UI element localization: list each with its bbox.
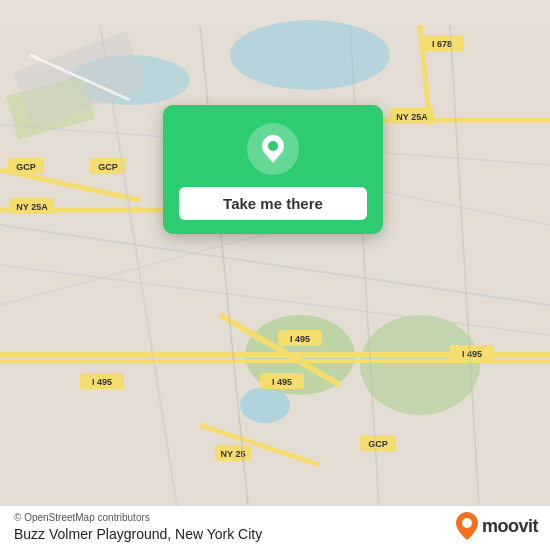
moovit-pin-icon	[456, 512, 478, 540]
take-me-there-button[interactable]: Take me there	[179, 187, 367, 220]
svg-text:NY 25A: NY 25A	[396, 112, 428, 122]
location-icon-wrapper	[247, 123, 299, 175]
svg-point-5	[360, 315, 480, 415]
svg-point-53	[268, 141, 278, 151]
popup-card: Take me there	[163, 105, 383, 234]
svg-text:GCP: GCP	[16, 162, 36, 172]
map-container: I 495 I 495 I 495 NY 25A NY 25A NY 25 GC…	[0, 0, 550, 550]
svg-text:I 495: I 495	[272, 377, 292, 387]
svg-text:I 678: I 678	[432, 39, 452, 49]
svg-point-54	[462, 518, 472, 528]
svg-text:NY 25A: NY 25A	[16, 202, 48, 212]
svg-text:GCP: GCP	[368, 439, 388, 449]
map-background: I 495 I 495 I 495 NY 25A NY 25A NY 25 GC…	[0, 0, 550, 550]
svg-text:GCP: GCP	[98, 162, 118, 172]
moovit-text: moovit	[482, 516, 538, 537]
svg-text:I 495: I 495	[290, 334, 310, 344]
location-pin-icon	[257, 133, 289, 165]
svg-text:NY 25: NY 25	[221, 449, 246, 459]
moovit-logo: moovit	[456, 512, 538, 540]
svg-point-1	[230, 20, 390, 90]
svg-text:I 495: I 495	[462, 349, 482, 359]
svg-text:I 495: I 495	[92, 377, 112, 387]
